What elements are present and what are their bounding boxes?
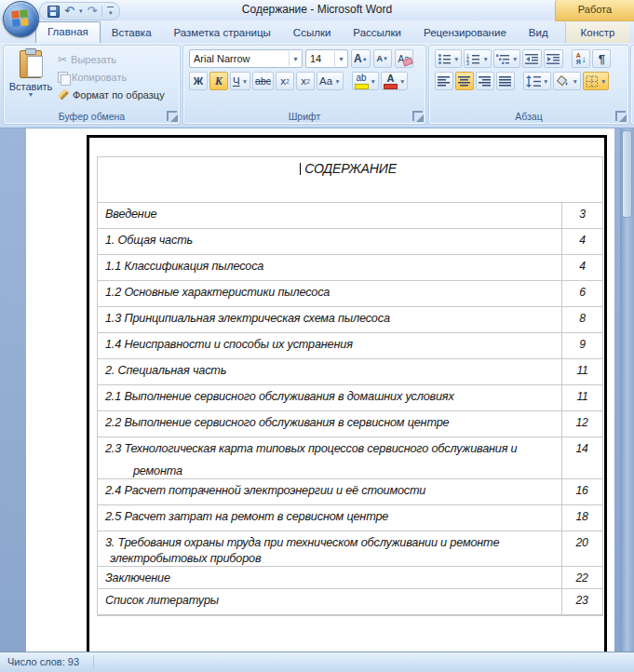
toc-table[interactable]: СОДЕРЖАНИЕ Введение31. Общая часть41.1 К… bbox=[97, 156, 603, 616]
toc-title-cell[interactable]: СОДЕРЖАНИЕ bbox=[98, 157, 602, 203]
strikethrough-button[interactable]: abc bbox=[252, 72, 274, 90]
tab-Вид[interactable]: Вид bbox=[518, 22, 560, 43]
borders-button[interactable]: ▼ bbox=[583, 72, 609, 90]
office-button[interactable] bbox=[3, 1, 39, 37]
table-row[interactable]: 2.4 Расчет потраченной электроэнергии и … bbox=[98, 479, 602, 505]
tab-Ссылки[interactable]: Ссылки bbox=[282, 22, 343, 43]
shading-button[interactable]: ▼ bbox=[553, 72, 580, 90]
table-row[interactable]: 2. Специальная часть11 bbox=[98, 359, 602, 385]
highlight-dropdown-icon[interactable]: ▼ bbox=[371, 78, 376, 85]
tab-Рассылки[interactable]: Рассылки bbox=[342, 22, 412, 43]
underline-dropdown-icon[interactable]: ▼ bbox=[242, 78, 248, 85]
font-size-combo[interactable]: 14 ▼ bbox=[305, 49, 348, 68]
tab-Вставка[interactable]: Вставка bbox=[101, 22, 163, 43]
justify-icon bbox=[499, 75, 512, 87]
paste-dropdown-icon[interactable]: ▼ bbox=[28, 92, 34, 98]
increase-indent-button[interactable] bbox=[544, 49, 563, 68]
next-group-sliver bbox=[630, 45, 634, 125]
font-name-combo[interactable]: Arial Narrow ▼ bbox=[189, 49, 303, 68]
toc-entry-text: 1. Общая часть bbox=[98, 229, 561, 254]
redo-icon[interactable]: ↷ bbox=[87, 6, 97, 17]
font-size-dropdown-icon[interactable]: ▼ bbox=[334, 51, 347, 66]
table-row[interactable]: 3. Требования охраны труда при техническ… bbox=[98, 531, 602, 567]
bullets-icon bbox=[438, 53, 452, 65]
paragraph-dialog-launcher-icon[interactable] bbox=[615, 111, 626, 121]
format-painter-button[interactable]: Формат по образцу bbox=[58, 86, 177, 103]
clear-formatting-button[interactable]: Aa bbox=[395, 49, 413, 68]
subscript-button[interactable]: x2 bbox=[276, 72, 294, 90]
undo-dropdown-icon[interactable]: ▾ bbox=[79, 7, 83, 15]
tab-Рецензирование[interactable]: Рецензирование bbox=[412, 22, 518, 43]
borders-dropdown-icon[interactable]: ▼ bbox=[600, 78, 606, 85]
multilevel-dropdown-icon[interactable]: ▼ bbox=[512, 56, 518, 62]
align-right-button[interactable] bbox=[476, 72, 494, 90]
toc-page-number: 11 bbox=[561, 385, 602, 410]
font-color-button[interactable]: A▼ bbox=[381, 72, 408, 90]
font-color-dropdown-icon[interactable]: ▼ bbox=[399, 78, 405, 85]
borders-icon bbox=[586, 75, 599, 87]
table-row[interactable]: 2.3 Технологическая карта типовых процес… bbox=[98, 437, 602, 479]
vertical-scrollbar[interactable] bbox=[620, 128, 634, 652]
change-case-button[interactable]: Aa▼ bbox=[317, 72, 344, 90]
table-row[interactable]: Список литературы23 bbox=[98, 589, 602, 615]
paint-bucket-icon bbox=[556, 75, 570, 87]
save-icon[interactable] bbox=[47, 6, 60, 18]
font-dialog-launcher-icon[interactable] bbox=[412, 111, 423, 121]
table-row[interactable]: 2.1 Выполнение сервисного обслуживания в… bbox=[98, 385, 602, 411]
numbering-dropdown-icon[interactable]: ▼ bbox=[482, 56, 488, 62]
multilevel-list-button[interactable]: ▼ bbox=[493, 49, 520, 68]
toc-entry-text: 2.4 Расчет потраченной электроэнергии и … bbox=[98, 479, 561, 504]
align-left-button[interactable] bbox=[435, 72, 453, 90]
table-row[interactable]: Заключение22 bbox=[98, 567, 602, 589]
word-count[interactable]: Число слов: 93 bbox=[7, 656, 79, 667]
justify-button[interactable] bbox=[496, 72, 515, 90]
highlight-button[interactable]: ab▼ bbox=[352, 72, 379, 90]
underline-button[interactable]: Ч▼ bbox=[230, 72, 250, 90]
shrink-font-button[interactable]: A▼ bbox=[373, 49, 392, 68]
tab-Главная[interactable]: Главная bbox=[35, 21, 101, 43]
tab-Разметка страницы[interactable]: Разметка страницы bbox=[163, 22, 282, 43]
paste-button[interactable]: Вставить ▼ bbox=[8, 48, 53, 109]
line-spacing-dropdown-icon[interactable]: ▼ bbox=[543, 78, 548, 85]
line-spacing-button[interactable]: ▼ bbox=[523, 72, 551, 90]
copy-button[interactable]: Копировать bbox=[58, 68, 177, 86]
toc-page-number: 4 bbox=[561, 229, 602, 254]
sort-button[interactable]: АЯ ↓ bbox=[572, 49, 590, 68]
highlight-color-swatch bbox=[355, 84, 369, 89]
office-logo-icon bbox=[11, 9, 30, 28]
change-case-dropdown-icon[interactable]: ▼ bbox=[334, 78, 340, 85]
bullets-dropdown-icon[interactable]: ▼ bbox=[453, 56, 459, 62]
table-row[interactable]: Введение3 bbox=[98, 203, 602, 229]
shading-dropdown-icon[interactable]: ▼ bbox=[572, 78, 577, 85]
table-row[interactable]: 2.2 Выполнение сервисного обслуживания в… bbox=[98, 411, 602, 437]
scrollbar-thumb[interactable] bbox=[622, 130, 632, 218]
table-row[interactable]: 1.1 Классификация пылесоса4 bbox=[98, 255, 602, 281]
customize-qat-icon[interactable]: ▾ bbox=[107, 7, 114, 17]
font-name-dropdown-icon[interactable]: ▼ bbox=[289, 51, 302, 66]
align-center-button[interactable] bbox=[455, 72, 474, 90]
italic-button[interactable]: К bbox=[209, 72, 228, 90]
toc-page-number: 3 bbox=[561, 203, 602, 228]
toc-page-number: 16 bbox=[561, 479, 602, 504]
grow-font-button[interactable]: A▲ bbox=[351, 49, 371, 68]
numbering-button[interactable]: 1 2 3 ▼ bbox=[464, 49, 491, 68]
toc-entry-text: Введение bbox=[98, 203, 561, 228]
toc-page-number: 18 bbox=[561, 505, 602, 531]
show-paragraph-marks-button[interactable]: ¶ bbox=[592, 49, 611, 68]
clipboard-dialog-launcher-icon[interactable] bbox=[167, 111, 177, 121]
table-row[interactable]: 1.2 Основные характеристики пылесоса6 bbox=[98, 281, 602, 307]
table-row[interactable]: 2.5 Расчет затрат на ремонт в сервисном … bbox=[98, 505, 602, 531]
document-page[interactable]: СОДЕРЖАНИЕ Введение31. Общая часть41.1 К… bbox=[26, 128, 614, 652]
bullets-button[interactable]: ▼ bbox=[435, 49, 462, 68]
font-color-swatch bbox=[384, 84, 398, 89]
table-row[interactable]: 1.4 Неисправности и способы их устранени… bbox=[98, 333, 602, 359]
bold-button[interactable]: Ж bbox=[189, 72, 208, 90]
undo-icon[interactable]: ↶ bbox=[64, 6, 74, 17]
superscript-button[interactable]: x2 bbox=[296, 72, 315, 90]
tab-Констр[interactable]: Констр bbox=[566, 22, 630, 43]
table-row[interactable]: 1.3 Принципиальная электрическая схема п… bbox=[98, 307, 602, 333]
table-row[interactable]: 1. Общая часть4 bbox=[98, 229, 602, 255]
sort-icon: АЯ bbox=[576, 52, 581, 65]
decrease-indent-button[interactable] bbox=[522, 49, 542, 68]
cut-button[interactable]: ✂ Вырезать bbox=[58, 50, 177, 68]
